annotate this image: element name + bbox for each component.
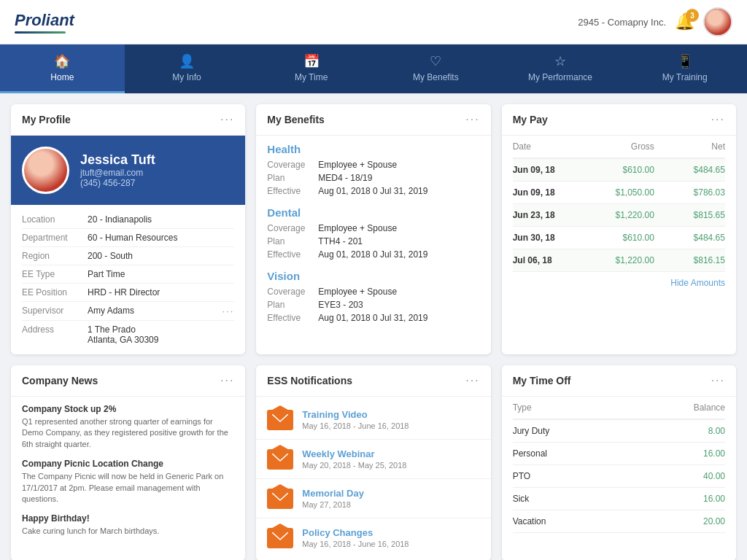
- timeoff-menu-dots[interactable]: ···: [711, 374, 725, 387]
- detail-dept-label: Department: [22, 233, 88, 243]
- benefit-vision-coverage-row: Coverage Employee + Spouse: [267, 285, 479, 298]
- main-nav: 🏠 Home 👤 My Info 📅 My Time ♡ My Benefits…: [0, 44, 747, 93]
- profile-title: My Profile: [22, 114, 71, 125]
- pay-content: Date Gross Net Jun 09, 18 $610.00 $484.6…: [502, 136, 736, 301]
- notif-item-2-date: May 27, 2018: [302, 500, 479, 509]
- pay-gross-4: $1,220.00: [584, 255, 654, 265]
- logo-underline: [15, 31, 66, 34]
- profile-email: jtuft@email.com: [80, 168, 155, 178]
- pay-gross-2: $1,220.00: [584, 210, 654, 220]
- envelope-icon-0: [272, 414, 288, 426]
- profile-menu-dots[interactable]: ···: [220, 113, 234, 126]
- plan-label: Plan: [267, 173, 318, 183]
- detail-region: Region 200 - South: [22, 247, 234, 265]
- nav-mybenefits-label: My Benefits: [413, 72, 459, 82]
- notif-item-1-date: May 20, 2018 - May 25, 2018: [302, 461, 479, 470]
- company-news-card: Company News ··· Company Stock up 2% Q1 …: [11, 365, 245, 560]
- pay-net-0: $484.65: [654, 165, 725, 175]
- benefit-health-coverage-row: Coverage Employee + Spouse: [267, 158, 479, 171]
- detail-eeposition-label: EE Position: [22, 287, 88, 298]
- company-name: 2945 - Comapny Inc.: [578, 17, 666, 28]
- pay-gross-3: $610.00: [584, 233, 654, 243]
- notif-item-1-title[interactable]: Weekly Webinar: [302, 448, 479, 459]
- myinfo-icon: 👤: [179, 53, 195, 69]
- news-content: Company Stock up 2% Q1 represented anoth…: [11, 397, 245, 553]
- timeoff-type-3: Sick: [513, 494, 530, 504]
- profile-banner: Jessica Tuft jtuft@email.com (345) 456-2…: [11, 136, 245, 205]
- benefit-vision-eff-row: Effective Aug 01, 2018 0 Jul 31, 2019: [267, 311, 479, 324]
- my-profile-card: My Profile ··· Jessica Tuft jtuft@email.…: [11, 104, 245, 354]
- nav-mytime[interactable]: 📅 My Time: [249, 44, 374, 93]
- pay-row-3: Jun 30, 18 $610.00 $484.65: [513, 227, 725, 249]
- logo: Proliant: [15, 11, 74, 34]
- pay-title: My Pay: [513, 114, 548, 125]
- nav-mytraining[interactable]: 📱 My Training: [622, 44, 747, 93]
- timeoff-title: My Time Off: [513, 375, 571, 386]
- notif-card-header: ESS Notifications ···: [256, 365, 490, 397]
- notif-item-0-text: Training Video May 16, 2018 - June 16, 2…: [302, 409, 479, 430]
- timeoff-row-3: Sick 16.00: [513, 488, 725, 510]
- timeoff-header-row: Type Balance: [513, 397, 725, 420]
- notif-item-2-text: Memorial Day May 27, 2018: [302, 488, 479, 509]
- pay-date-4: Jul 06, 18: [513, 255, 584, 265]
- pay-col-gross: Gross: [584, 141, 654, 152]
- notif-icon-2: [267, 489, 293, 509]
- pay-date-1: Jun 09, 18: [513, 187, 584, 198]
- pay-net-3: $484.65: [654, 233, 725, 243]
- detail-location-label: Location: [22, 214, 88, 225]
- hide-amounts-link[interactable]: Hide Amounts: [513, 272, 725, 294]
- main-content: My Profile ··· Jessica Tuft jtuft@email.…: [0, 93, 747, 560]
- nav-myperformance[interactable]: ☆ My Performance: [498, 44, 623, 93]
- benefit-dental-plan-row: Plan TTH4 - 201: [267, 235, 479, 248]
- timeoff-row-2: PTO 40.00: [513, 465, 725, 488]
- pay-net-4: $816.15: [654, 255, 725, 265]
- notification-bell[interactable]: 🔔 3: [675, 12, 694, 31]
- detail-region-label: Region: [22, 251, 88, 261]
- nav-mytime-label: My Time: [295, 72, 328, 82]
- detail-address-label: Address: [22, 324, 88, 345]
- timeoff-col-balance: Balance: [694, 402, 725, 413]
- news-card-header: Company News ···: [11, 365, 245, 397]
- detail-eeposition-value: HRD - HR Director: [88, 287, 234, 298]
- notif-item-3-title[interactable]: Policy Changes: [302, 527, 479, 538]
- nav-myinfo-label: My Info: [172, 72, 201, 82]
- pay-card-header: My Pay ···: [502, 104, 736, 136]
- pay-date-2: Jun 23, 18: [513, 210, 584, 220]
- news-item-2-text: Cake curing lunch for March birthdays.: [22, 526, 234, 537]
- news-item-2-title: Happy Birthday!: [22, 513, 234, 524]
- news-item-0-title: Company Stock up 2%: [22, 404, 234, 414]
- benefits-menu-dots[interactable]: ···: [465, 113, 479, 126]
- nav-mytraining-label: My Training: [662, 72, 708, 82]
- envelope-icon-2: [272, 493, 288, 505]
- nav-mybenefits[interactable]: ♡ My Benefits: [374, 44, 498, 93]
- detail-eetype-label: EE Type: [22, 269, 88, 279]
- timeoff-type-4: Vacation: [513, 516, 546, 526]
- benefits-title: My Benefits: [267, 114, 325, 125]
- vision-coverage-val: Employee + Spouse: [318, 287, 397, 297]
- notif-content: Training Video May 16, 2018 - June 16, 2…: [256, 397, 490, 560]
- timeoff-content: Type Balance Jury Duty 8.00 Personal 16.…: [502, 397, 736, 540]
- nav-myinfo[interactable]: 👤 My Info: [125, 44, 249, 93]
- news-menu-dots[interactable]: ···: [220, 374, 234, 387]
- timeoff-balance-0: 8.00: [708, 426, 725, 436]
- notif-menu-dots[interactable]: ···: [465, 374, 479, 387]
- pay-menu-dots[interactable]: ···: [711, 113, 725, 126]
- news-item-1-text: The Company Picnic will now be held in G…: [22, 471, 234, 505]
- user-avatar[interactable]: [703, 7, 732, 36]
- myperformance-icon: ☆: [554, 53, 566, 69]
- mybenefits-icon: ♡: [430, 53, 441, 69]
- nav-home-label: Home: [50, 72, 74, 82]
- detail-supervisor: Supervisor Amy Adams ···: [22, 302, 234, 321]
- news-item-0: Company Stock up 2% Q1 represented anoth…: [22, 404, 234, 450]
- supervisor-menu-dots[interactable]: ···: [222, 306, 234, 316]
- timeoff-balance-3: 16.00: [703, 494, 725, 504]
- notif-item-0-title[interactable]: Training Video: [302, 409, 479, 420]
- detail-supervisor-label: Supervisor: [22, 306, 88, 316]
- notif-item-0-date: May 16, 2018 - June 16, 2018: [302, 421, 479, 430]
- benefit-vision: Vision Coverage Employee + Spouse Plan E…: [267, 270, 479, 324]
- nav-home[interactable]: 🏠 Home: [0, 44, 125, 93]
- benefit-dental-coverage-row: Coverage Employee + Spouse: [267, 222, 479, 235]
- notif-item-2-title[interactable]: Memorial Day: [302, 488, 479, 499]
- health-eff-val: Aug 01, 2018 0 Jul 31, 2019: [318, 186, 427, 196]
- avatar-image: [705, 9, 731, 35]
